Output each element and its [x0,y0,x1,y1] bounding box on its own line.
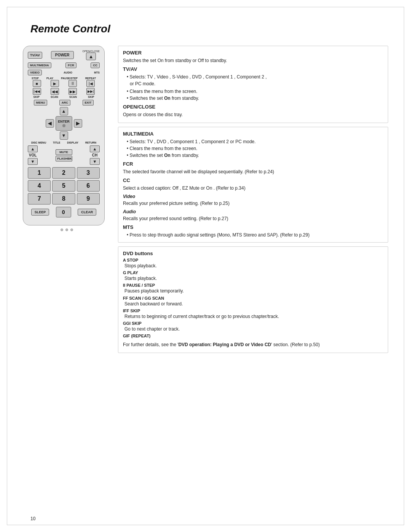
cc-button[interactable]: CC [91,62,100,68]
skip1-label: SKIP [33,96,40,98]
dot1 [61,228,63,231]
dvd-play-label: G PLAY [123,270,383,275]
skip2-label: SKIP [88,96,94,98]
dvd-repeat-label: GIF (REPEAT) [123,334,383,338]
dvd-scan-label: FF SCAN / GG SCAN [123,296,383,300]
video-text: Recalls your preferred picture setting. … [123,200,383,207]
vol-group: ▲ VOL ▼ [28,145,38,165]
power-button[interactable]: POWER [51,51,74,59]
bottom-row: SLEEP 0 CLEAR [28,207,100,217]
return-label: RETURN [85,141,96,144]
dvd-pause-text: Pauses playback temporarily. [124,288,383,295]
multimedia-title: MULTIMEDIA [123,131,383,137]
numpad: 1 2 3 4 5 6 7 8 9 [28,167,100,204]
dot3 [70,228,73,231]
multimedia-item2: Clears the menu from the screen. [123,145,383,152]
num3-button[interactable]: 3 [77,167,100,179]
dvd-skip1-label: IFF SKIP [123,308,383,313]
mts-title: MTS [123,224,383,230]
enter-button[interactable]: ENTER [56,116,72,131]
nav-left-button[interactable]: ◀ [46,119,54,128]
vol-down-button[interactable]: ▼ [28,158,38,165]
desc-box-1: POWER Switches the set On from standby o… [118,46,388,123]
openclose-text: Opens or closes the disc tray. [123,111,383,118]
multimedia-item3: Switches the set On from standby. [123,152,383,159]
openclose-label: OPEN/CLOSE [82,50,100,53]
nav-up-button[interactable]: ▲ [60,107,68,115]
video-button[interactable]: VIDEO [28,70,42,75]
rew-button[interactable]: ◀◀ [51,88,59,95]
num6-button[interactable]: 6 [77,180,100,192]
ch-up-button[interactable]: ▲ [90,145,100,152]
openclose-title: OPEN/CLOSE [123,104,383,110]
clear-button[interactable]: CLEAR [78,209,96,216]
tvav-title: TV/AV [123,66,383,72]
mute-button[interactable]: MUTE [56,149,72,155]
num1-button[interactable]: 1 [28,167,51,179]
num5-button[interactable]: 5 [52,180,75,192]
disc-menu-label: DISC MENU [31,141,46,144]
dot2 [65,228,68,231]
openclose-group: OPEN/CLOSE ▲ [82,50,100,60]
next-button[interactable]: ▶▶| [86,88,95,95]
nav-right-button[interactable]: ▶ [74,119,82,128]
audio-title: Audio [123,209,383,214]
ch-label: CH [92,153,97,157]
tvav-item1: Selects: TV , Video , S-Video , DVD , Co… [123,73,383,80]
num0-button[interactable]: 0 [56,207,71,217]
cc-text: Select a closed caption: Off , EZ Mute o… [123,185,383,192]
tvav-item2: Clears the menu from the screen. [123,88,383,95]
page-title: Remote Control [30,23,110,35]
menu-button[interactable]: MENU [34,100,48,105]
power-text: Switches the set On from standby or Off … [123,57,383,64]
remote-dots [23,228,110,231]
enter-dot [62,124,65,127]
eject-button[interactable]: ▲ [86,53,96,60]
prev-button[interactable]: |◀◀ [33,88,41,95]
video-title: Video [123,194,383,199]
stop-label: STOP [32,77,39,80]
description-panel: POWER Switches the set On from standby o… [118,46,388,353]
vol-label: VOL [29,153,37,157]
power-title: POWER [123,50,383,56]
nav-down-button[interactable]: ▼ [60,131,68,140]
num2-button[interactable]: 2 [52,167,75,179]
play-button[interactable]: ▶ [51,80,59,87]
num7-button[interactable]: 7 [28,193,51,204]
dvd-skip2-label: GGI SKIP [123,321,383,326]
tvav-item1b: or PC mode. [123,80,383,87]
desc-box-3: DVD buttons A STOP Stops playback. G PLA… [118,246,388,353]
arc-button[interactable]: ARC [59,100,70,105]
dvd-scan-text: Search backward or forward. [124,300,383,308]
sleep-button[interactable]: SLEEP [31,209,49,216]
dvd-further-text: For further details, see the 'DVD operat… [123,341,383,348]
num9-button[interactable]: 9 [77,193,100,204]
fcr-title: FCR [123,161,383,167]
flashbk-button[interactable]: FLASHBK [56,156,72,161]
exit-button[interactable]: EXIT [83,100,94,105]
page-number: 10 [30,516,35,521]
play-label: PLAY [46,77,53,80]
ff-button[interactable]: ▶▶ [68,88,77,95]
scan2-label: SCAN [69,96,77,98]
cc-title: CC [123,177,383,183]
title-label: TITLE [53,141,60,144]
enter-label: ENTER [58,120,70,123]
tvav-button[interactable]: TV/AV [28,52,42,59]
vol-up-button[interactable]: ▲ [28,145,38,152]
num8-button[interactable]: 8 [52,193,75,204]
repeat-label: REPEAT [85,77,96,80]
audio-label: AUDIO [64,71,72,74]
dvd-play-text: Starts playback. [124,275,383,282]
pause-button[interactable]: II [68,80,77,87]
desc-box-2: MULTIMEDIA Selects: TV , DVD , Component… [118,127,388,243]
fcr-button[interactable]: FCR [65,62,76,68]
audio-text: Recalls your preferred sound setting. (R… [123,215,383,222]
multimedia-button[interactable]: MULTIMEDIA [28,62,51,68]
ch-down-button[interactable]: ▼ [90,158,100,165]
dvd-pause-label: II PAUSE / STEP [123,283,383,288]
pause-step-label: PAUSE/STEP [61,77,78,80]
stop-button[interactable]: ■ [33,80,41,87]
repeat-button[interactable]: |◀ [86,80,95,87]
num4-button[interactable]: 4 [28,180,51,192]
